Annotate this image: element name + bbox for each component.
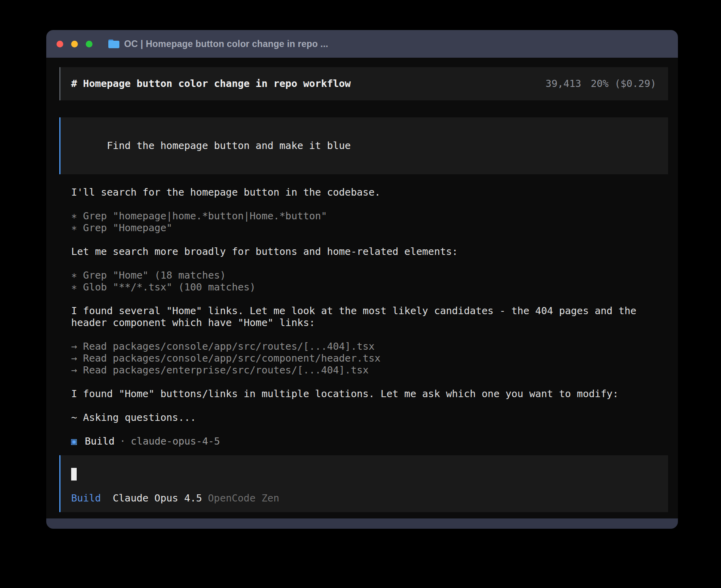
- blank-line: [71, 258, 668, 270]
- session-title: # Homepage button color change in repo w…: [71, 78, 351, 90]
- tool-call-line: → Read packages/console/app/src/componen…: [71, 352, 668, 364]
- tool-call-line: ∗ Glob "**/*.tsx" (100 matches): [71, 281, 668, 293]
- input-provider-label: OpenCode Zen: [208, 492, 279, 504]
- text-cursor: [71, 468, 77, 481]
- context-usage: 20% ($0.29): [591, 78, 656, 90]
- minimize-button[interactable]: [71, 41, 78, 47]
- traffic-lights: [57, 41, 92, 47]
- prompt-input[interactable]: Build Claude Opus 4.5 OpenCode Zen: [59, 455, 668, 512]
- agent-square-icon: ▣: [71, 435, 77, 447]
- blank-line: [71, 400, 668, 412]
- tool-call-line: ∗ Grep "Home" (18 matches): [71, 270, 668, 281]
- input-model-label[interactable]: Claude Opus 4.5: [113, 492, 202, 504]
- separator-dot: ·: [120, 435, 126, 447]
- assistant-text-line: header component which have "Home" links…: [71, 317, 668, 329]
- blank-line: [71, 329, 668, 341]
- model-row: Build Claude Opus 4.5 OpenCode Zen: [71, 492, 656, 504]
- maximize-button[interactable]: [86, 41, 92, 47]
- model-id: claude-opus-4-5: [131, 435, 220, 447]
- agent-status-line: ▣ Build · claude-opus-4-5: [59, 435, 668, 447]
- assistant-text-line: I found "Home" buttons/links in multiple…: [71, 388, 668, 400]
- tool-call-line: → Read packages/console/app/src/routes/[…: [71, 341, 668, 352]
- terminal-window: OC | Homepage button color change in rep…: [46, 30, 678, 529]
- assistant-text-line: I found several "Home" links. Let me loo…: [71, 305, 668, 317]
- blank-line: [71, 234, 668, 246]
- session-header: # Homepage button color change in repo w…: [59, 67, 668, 100]
- input-agent-label[interactable]: Build: [71, 492, 101, 504]
- window-bottom-edge: [46, 518, 678, 529]
- folder-icon: [108, 40, 119, 48]
- tool-call-line: → Read packages/enterprise/src/routes/[.…: [71, 364, 668, 376]
- blank-line: [71, 376, 668, 388]
- titlebar: OC | Homepage button color change in rep…: [46, 30, 678, 58]
- assistant-transcript: I'll search for the homepage button in t…: [59, 187, 668, 424]
- token-count: 39,413: [545, 78, 581, 90]
- user-message-text: Find the homepage button and make it blu…: [107, 140, 351, 151]
- tool-call-line: ∗ Grep "Homepage": [71, 222, 668, 234]
- tool-call-line: ∗ Grep "homepage|home.*button|Home.*butt…: [71, 210, 668, 222]
- terminal-content: # Homepage button color change in repo w…: [46, 58, 678, 518]
- assistant-text-line: Let me search more broadly for buttons a…: [71, 246, 668, 258]
- assistant-text-line: ~ Asking questions...: [71, 412, 668, 424]
- title-group: OC | Homepage button color change in rep…: [108, 39, 328, 49]
- assistant-text-line: I'll search for the homepage button in t…: [71, 187, 668, 198]
- session-stats: 39,413 20% ($0.29): [545, 78, 656, 90]
- close-button[interactable]: [57, 41, 63, 47]
- blank-line: [71, 293, 668, 305]
- user-message: Find the homepage button and make it blu…: [59, 117, 668, 174]
- agent-name: Build: [85, 435, 114, 447]
- blank-line: [71, 198, 668, 210]
- window-title: OC | Homepage button color change in rep…: [124, 39, 328, 49]
